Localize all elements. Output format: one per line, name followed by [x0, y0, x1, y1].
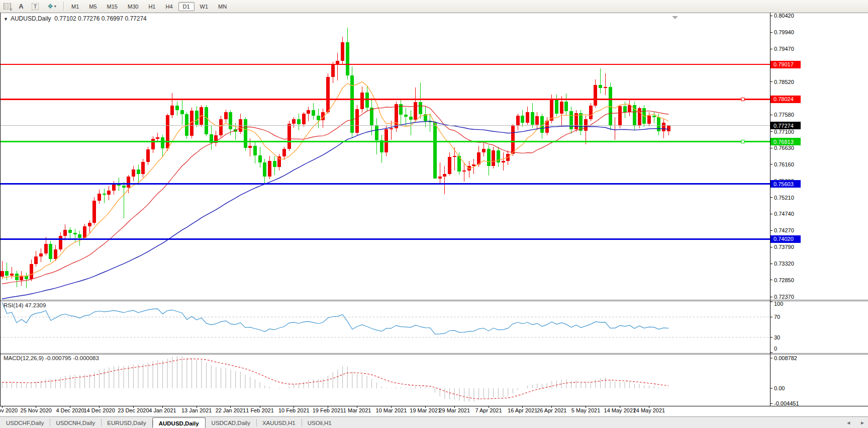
svg-text:23 Dec 2020: 23 Dec 2020	[118, 407, 149, 413]
toolbar-separator	[63, 2, 64, 11]
font-tool-button[interactable]: A	[15, 1, 28, 12]
rsi-indicator-label: RSI(14) 47.2309	[4, 302, 46, 308]
svg-text:100: 100	[774, 301, 783, 307]
timeframe-h4[interactable]: H4	[161, 2, 177, 11]
svg-text:0.77100: 0.77100	[774, 129, 794, 135]
timeframe-m15[interactable]: M15	[103, 2, 122, 11]
svg-text:10 Mar 2021: 10 Mar 2021	[376, 407, 407, 413]
svg-text:0.79017: 0.79017	[774, 61, 794, 67]
svg-text:0.75210: 0.75210	[774, 195, 794, 201]
svg-text:0.00: 0.00	[774, 385, 785, 391]
svg-text:0.76630: 0.76630	[774, 145, 794, 151]
price-level-label: 0.79017	[770, 61, 801, 68]
tab-usdchf-daily[interactable]: USDCHF,Daily	[0, 417, 50, 428]
arrows-icon: ❖	[47, 3, 53, 10]
svg-text:14 May 2021: 14 May 2021	[604, 407, 636, 413]
svg-text:14 Dec 2020: 14 Dec 2020	[83, 407, 115, 413]
rsi-line	[2, 302, 668, 334]
text-box-icon: T	[32, 3, 39, 10]
svg-text:0.74270: 0.74270	[774, 227, 794, 233]
rsi-panel	[0, 302, 770, 337]
chart-canvas[interactable]: 0.804200.799400.794700.785200.775800.771…	[0, 13, 868, 416]
svg-text:30: 30	[774, 334, 780, 340]
svg-text:29 Mar 2021: 29 Mar 2021	[439, 407, 470, 413]
svg-text:0.72850: 0.72850	[774, 277, 794, 283]
ohlc-values: 0.77102 0.77276 0.76997 0.77274	[54, 15, 147, 22]
svg-text:70: 70	[774, 314, 780, 320]
svg-text:0.74740: 0.74740	[774, 211, 794, 217]
chart-title: ▼AUDUSD,Daily 0.77102 0.77276 0.76997 0.…	[4, 15, 147, 22]
svg-text:19 Feb 2021: 19 Feb 2021	[313, 407, 344, 413]
tab-scroll-controls: ◄ ►	[846, 417, 865, 428]
level-handle[interactable]	[741, 98, 744, 101]
svg-text:7 Apr 2021: 7 Apr 2021	[475, 407, 502, 413]
timeframe-w1[interactable]: W1	[196, 2, 213, 11]
timeframe-m30[interactable]: M30	[123, 2, 143, 11]
macd-signal-line	[2, 359, 668, 399]
svg-text:1 Mar 2021: 1 Mar 2021	[343, 407, 371, 413]
svg-text:24 May 2021: 24 May 2021	[633, 407, 665, 413]
svg-text:13 Jan 2021: 13 Jan 2021	[181, 407, 212, 413]
price-level-label: 0.74020	[770, 235, 801, 243]
chart-shift-icon[interactable]	[1, 1, 14, 12]
text-label-tool-button[interactable]: T	[29, 1, 42, 12]
ma-line-55	[2, 121, 668, 299]
toolbar: A T ❖ ▾ M1 M5 M15 M30 H1 H4 D1 W1 MN	[0, 0, 868, 13]
svg-text:0.79470: 0.79470	[774, 46, 794, 52]
svg-text:0.78024: 0.78024	[774, 96, 794, 102]
tab-scroll-left-button[interactable]: ◄	[846, 420, 851, 425]
svg-text:0.76813: 0.76813	[774, 139, 794, 145]
tab-usoil-h1[interactable]: USOil,H1	[302, 417, 338, 428]
ma-line-8	[2, 82, 668, 278]
mt4-window: A T ❖ ▾ M1 M5 M15 M30 H1 H4 D1 W1 MN 0.8…	[0, 0, 868, 428]
svg-text:16 Nov 2020: 16 Nov 2020	[0, 407, 18, 413]
tab-xauusd-h1[interactable]: XAUUSD,H1	[256, 417, 302, 428]
price-axis[interactable]: 0.804200.799400.794700.785200.775800.771…	[770, 13, 801, 406]
svg-text:0.77274: 0.77274	[774, 123, 794, 129]
symbol-name: AUDUSD,Daily	[11, 15, 51, 22]
timeframe-m1[interactable]: M1	[67, 2, 83, 11]
svg-text:0.79940: 0.79940	[774, 29, 794, 35]
svg-text:4 Jan 2021: 4 Jan 2021	[149, 407, 176, 413]
level-handle[interactable]	[741, 140, 744, 143]
svg-text:5 May 2021: 5 May 2021	[571, 407, 600, 413]
grid-icon	[4, 3, 11, 10]
svg-text:0.80420: 0.80420	[774, 13, 794, 19]
price-level-label: 0.77274	[770, 122, 801, 129]
timeframe-m5[interactable]: M5	[84, 2, 101, 11]
macd-panel	[2, 356, 668, 402]
svg-text:19 Mar 2021: 19 Mar 2021	[410, 407, 441, 413]
price-level-label: 0.76813	[770, 138, 801, 145]
svg-text:25 Nov 2020: 25 Nov 2020	[21, 407, 52, 413]
tab-eurusd-daily[interactable]: EURUSD,Daily	[101, 417, 152, 428]
svg-text:16 Apr 2021: 16 Apr 2021	[508, 407, 537, 413]
price-level-label: 0.78024	[770, 96, 801, 103]
svg-text:0: 0	[774, 346, 777, 352]
tab-audusd-daily[interactable]: AUDUSD,Daily	[152, 417, 206, 428]
macd-indicator-label: MACD(12,26,9) -0.000795 -0.000083	[4, 355, 99, 361]
svg-text:10 Feb 2021: 10 Feb 2021	[278, 407, 310, 413]
time-axis[interactable]: 16 Nov 202025 Nov 20204 Dec 202014 Dec 2…	[0, 406, 665, 413]
tab-usdcad-daily[interactable]: USDCAD,Daily	[206, 417, 256, 428]
svg-text:22 Jan 2021: 22 Jan 2021	[216, 407, 246, 413]
svg-text:1 Feb 2021: 1 Feb 2021	[246, 407, 274, 413]
svg-text:4 Dec 2020: 4 Dec 2020	[56, 407, 84, 413]
svg-text:0.74020: 0.74020	[774, 236, 794, 242]
timeframe-d1[interactable]: D1	[178, 2, 195, 11]
timeframe-mn[interactable]: MN	[214, 2, 231, 11]
svg-text:-0.004451: -0.004451	[774, 400, 799, 406]
indicator-arrows-button[interactable]: ❖ ▾	[43, 1, 61, 12]
svg-text:0.73790: 0.73790	[774, 244, 794, 250]
tab-usdcnh-daily[interactable]: USDCNH,Daily	[50, 417, 101, 428]
svg-text:0.78520: 0.78520	[774, 79, 794, 85]
symbol-dropdown-icon[interactable]: ▼	[4, 17, 8, 22]
price-level-label: 0.75603	[770, 180, 801, 188]
svg-text:0.72370: 0.72370	[774, 294, 794, 300]
chart-tab-bar: USDCHF,Daily USDCNH,Daily EURUSD,Daily A…	[0, 416, 868, 428]
tab-scroll-right-button[interactable]: ►	[860, 420, 865, 425]
svg-text:0.76160: 0.76160	[774, 161, 794, 167]
svg-text:0.73320: 0.73320	[774, 261, 794, 267]
letter-a-icon: A	[19, 3, 23, 10]
auto-scroll-marker-icon[interactable]	[672, 16, 678, 19]
timeframe-h1[interactable]: H1	[144, 2, 160, 11]
